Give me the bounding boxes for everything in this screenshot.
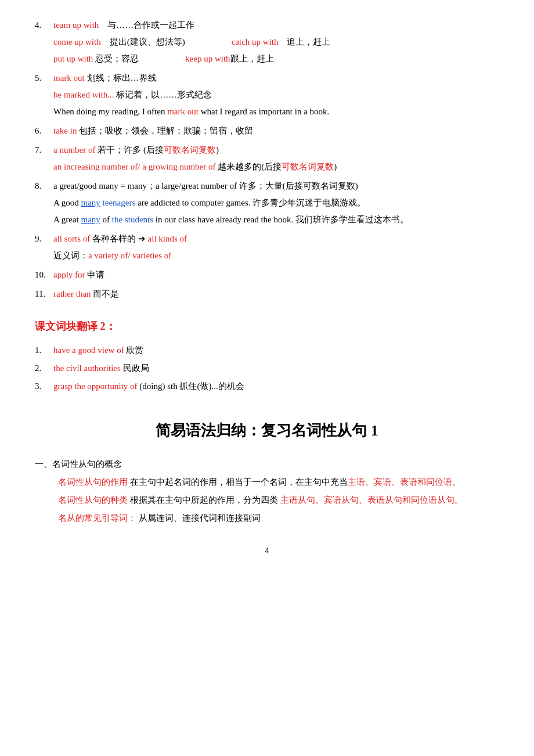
vocab-item: 4.team up with 与……合作或一起工作come up with 提出… [35,17,499,68]
vocab-item: 7.a number of 若干；许多 (后接可数名词复数)an increas… [35,142,499,176]
text-span: in our class have already read the book.… [153,215,409,224]
content-row: an increasing number of/ a growing numbe… [53,159,499,175]
item-number: 7. [35,142,53,176]
text-span: 可数名词复数 [164,145,216,154]
text-span: 可数名词复数 [282,162,334,171]
content-row: a number of 若干；许多 (后接可数名词复数) [53,142,499,158]
text-span: 近义词： [53,251,88,260]
content-row: A good many teenagers are addicted to co… [53,195,499,211]
content-row: mark out 划线；标出…界线 [53,70,499,86]
text-span: 跟上，赶上 [230,54,274,63]
content-row: A great many of the students in our clas… [53,212,499,228]
grammar-sub-1: 名词性从句的作用 在主句中起名词的作用，相当于一个名词，在主句中充当主语、宾语、… [35,474,499,490]
item-number: 6. [35,123,53,140]
grammar-section: 一、名词性从句的概念 名词性从句的作用 在主句中起名词的作用，相当于一个名词，在… [35,456,499,526]
text-span: team up with [53,20,99,30]
page-number: 4 [35,543,499,558]
text-span: come up with [53,37,101,46]
text-span: a number of [53,145,95,154]
content-row: rather than 而不是 [53,286,499,302]
text-span: have a good view of [53,345,124,355]
vocab-item: 11.rather than 而不是 [35,286,499,303]
grammar-sub-3: 名从的常见引导词： 从属连词、连接代词和连接副词 [35,510,499,526]
vocab2-item: 3.grasp the opportunity of (doing) sth 抓… [35,379,499,394]
text-span: mark out [53,73,85,82]
text-span: 民政局 [121,363,149,373]
content-row: When doing my reading, I often mark out … [53,104,499,120]
vocab-list-1: 4.team up with 与……合作或一起工作come up with 提出… [35,17,499,303]
content-row: put up with 忍受；容忍keep up with跟上，赶上 [53,51,499,67]
text-span: a great/good many = many；a large/great n… [53,181,358,190]
text-span: 欣赏 [124,345,144,355]
text-span: 与……合作或一起工作 [99,20,194,30]
text-span: many [81,215,100,224]
text-span: 申请 [85,270,105,279]
section2-heading: 课文词块翻译 2： [35,317,499,336]
item-content: take in 包括；吸收；领会，理解；欺骗；留宿，收留 [53,123,499,140]
grammar-sub-2: 名词性从句的种类 根据其在主句中所起的作用，分为四类 主语从句、宾语从句、表语从… [35,492,499,508]
text-span: ➜ [138,234,146,243]
text-span: 划线；标出…界线 [85,73,157,82]
text-span: apply for [53,270,85,279]
item-content: a number of 若干；许多 (后接可数名词复数)an increasin… [53,142,499,176]
item-content: have a good view of 欣赏 [53,343,499,358]
text-span: (doing) sth 抓住(做)...的机会 [138,381,244,391]
item-content: grasp the opportunity of (doing) sth 抓住(… [53,379,499,394]
vocab-item: 5.mark out 划线；标出…界线be marked with... 标记着… [35,70,499,121]
vocab-item: 10.apply for 申请 [35,267,499,284]
grammar-sub1-label: 名词性从句的作用 [58,477,128,487]
content-row: 近义词：a variety of/ varieties of [53,248,499,264]
item-content: a great/good many = many；a large/great n… [53,178,499,229]
text-span: rather than [53,289,91,298]
text-span: many [81,198,100,207]
item-content: apply for 申请 [53,267,499,284]
text-span: put up with [53,54,93,63]
page-content: 4.team up with 与……合作或一起工作come up with 提出… [35,17,499,558]
text-span: grasp the opportunity of [53,381,138,391]
item-number: 4. [35,17,53,68]
text-span: all sorts of [53,234,90,243]
text-span: of [100,215,112,224]
text-span: an increasing number of/ a growing numbe… [53,162,216,171]
grammar-sub2-label: 名词性从句的种类 [58,495,128,505]
vocab-item: 9.all sorts of 各种各样的 ➜ all kinds of近义词：a… [35,231,499,265]
grammar-sub3-text: 从属连词、连接代词和连接副词 [139,513,261,523]
text-span: be marked with... [53,90,114,99]
text-span: the civil authorities [53,363,121,373]
item-number: 8. [35,178,53,229]
text-span: 包括；吸收；领会，理解；欺骗；留宿，收留 [77,126,253,135]
text-span: the students [112,215,153,224]
vocab-item: 6.take in 包括；吸收；领会，理解；欺骗；留宿，收留 [35,123,499,140]
text-span: A good [53,198,81,207]
text-span: keep up with [185,54,230,63]
vocab2-item: 1.have a good view of 欣赏 [35,343,499,358]
text-span: 越来越多的(后接 [216,162,282,171]
text-span: catch up with [232,37,279,46]
text-span: 提出(建议、想法等) [101,37,185,46]
vocab2-item: 2.the civil authorities 民政局 [35,361,499,376]
content-row: apply for 申请 [53,267,499,283]
grammar-sub1-text: 在主句中起名词的作用，相当于一个名词，在主句中充当主语、宾语、表语和同位语。 [130,477,461,487]
item-content: rather than 而不是 [53,286,499,303]
text-span: 而不是 [91,289,120,298]
text-span: 追上，赶上 [278,37,330,46]
grammar-section-title: 一、名词性从句的概念 [35,459,122,469]
text-span: are addicted to computer games. 许多青少年沉迷于… [135,198,366,207]
item-number: 10. [35,267,53,284]
item-content: team up with 与……合作或一起工作come up with 提出(建… [53,17,499,68]
content-row: all sorts of 各种各样的 ➜ all kinds of [53,231,499,247]
grammar-sub2-text: 根据其在主句中所起的作用，分为四类 主语从句、宾语从句、表语从句和同位语从句。 [130,495,463,505]
content-row: a great/good many = many；a large/great n… [53,178,499,194]
item-number: 11. [35,286,53,303]
text-span: all kinds of [146,234,187,243]
content-row: take in 包括；吸收；领会，理解；欺骗；留宿，收留 [53,123,499,139]
vocab-list-2: 1.have a good view of 欣赏2.the civil auth… [35,343,499,394]
text-span: teenagers [103,198,136,207]
text-span: ) [216,145,219,154]
item-number: 1. [35,343,53,358]
grammar-heading: 简易语法归纳：复习名词性从句 1 [35,417,499,445]
item-content: all sorts of 各种各样的 ➜ all kinds of近义词：a v… [53,231,499,265]
text-span: 忍受；容忍 [93,54,139,63]
vocab-item: 8.a great/good many = many；a large/great… [35,178,499,229]
item-content: the civil authorities 民政局 [53,361,499,376]
